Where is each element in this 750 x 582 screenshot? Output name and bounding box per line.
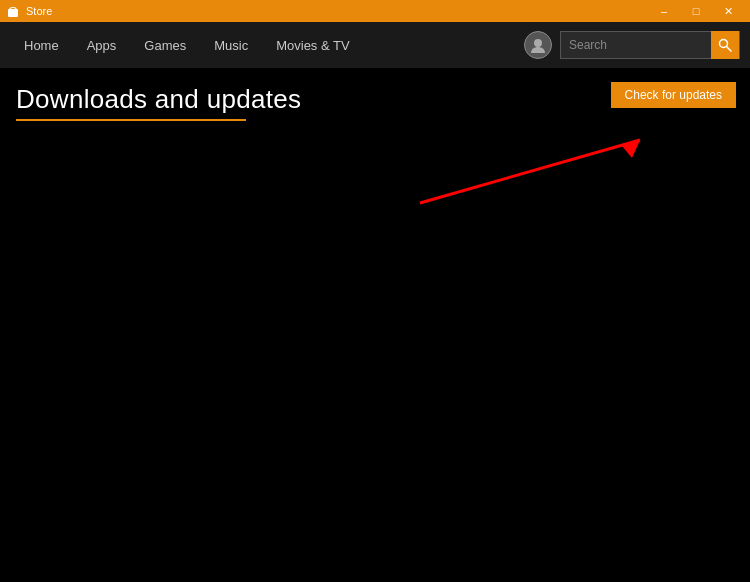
avatar[interactable]: [524, 31, 552, 59]
arrow-svg: [400, 128, 700, 208]
nav-item-apps[interactable]: Apps: [73, 22, 131, 68]
title-underline: [16, 119, 246, 121]
nav-item-games[interactable]: Games: [130, 22, 200, 68]
arrow-annotation: [400, 128, 700, 208]
svg-marker-5: [622, 140, 640, 158]
check-for-updates-button[interactable]: Check for updates: [611, 82, 736, 108]
title-bar-title: Store: [26, 5, 52, 17]
svg-point-1: [534, 39, 542, 47]
search-box: [560, 31, 740, 59]
title-bar: Store – □ ✕: [0, 0, 750, 22]
minimize-button[interactable]: –: [648, 0, 680, 22]
title-bar-left: Store: [6, 4, 52, 18]
close-button[interactable]: ✕: [712, 0, 744, 22]
nav-item-music[interactable]: Music: [200, 22, 262, 68]
search-input[interactable]: [561, 32, 711, 58]
maximize-button[interactable]: □: [680, 0, 712, 22]
nav-links: Home Apps Games Music Movies & TV: [10, 22, 524, 68]
nav-item-home[interactable]: Home: [10, 22, 73, 68]
search-icon: [718, 38, 732, 52]
svg-line-3: [727, 47, 732, 52]
svg-line-4: [420, 140, 640, 203]
nav-bar: Home Apps Games Music Movies & TV: [0, 22, 750, 68]
svg-rect-0: [8, 9, 18, 17]
nav-right: [524, 31, 740, 59]
store-icon: [6, 4, 20, 18]
search-button[interactable]: [711, 31, 739, 59]
nav-item-movies[interactable]: Movies & TV: [262, 22, 363, 68]
main-content: Downloads and updates Check for updates: [0, 68, 750, 582]
title-bar-controls: – □ ✕: [648, 0, 744, 22]
